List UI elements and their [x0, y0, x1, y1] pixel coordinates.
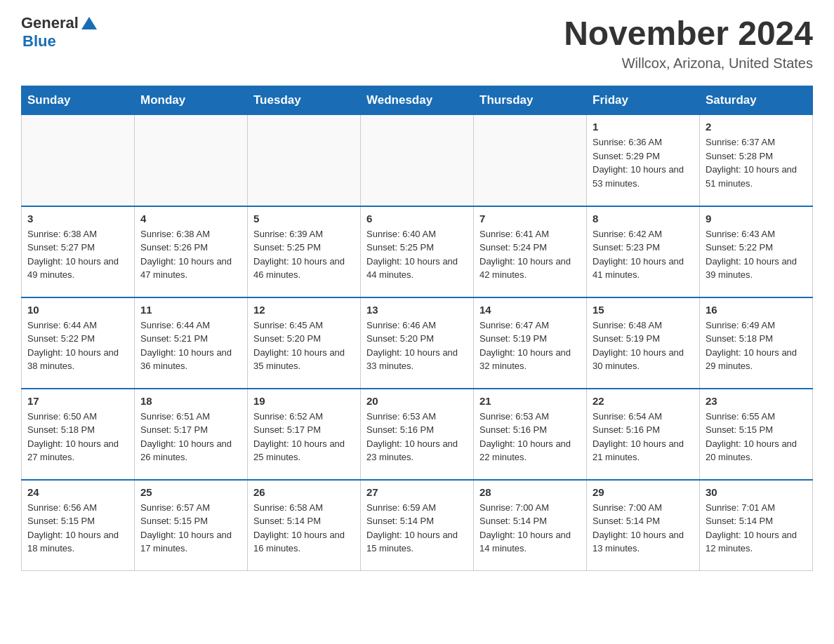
day-number: 22 [593, 395, 694, 407]
day-number: 6 [366, 213, 468, 224]
table-row: 11Sunrise: 6:44 AM Sunset: 5:21 PM Dayli… [135, 297, 248, 389]
col-friday: Friday [587, 86, 700, 115]
logo-general-text: General [21, 14, 79, 32]
page-header: General Blue November 2024 Willcox, Ariz… [21, 14, 813, 72]
day-number: 7 [479, 213, 581, 224]
calendar-subtitle: Willcox, Arizona, United States [564, 55, 813, 72]
table-row: 6Sunrise: 6:40 AM Sunset: 5:25 PM Daylig… [361, 206, 474, 297]
calendar-table: Sunday Monday Tuesday Wednesday Thursday… [21, 86, 813, 571]
col-tuesday: Tuesday [248, 86, 361, 115]
day-info: Sunrise: 6:38 AM Sunset: 5:27 PM Dayligh… [27, 227, 128, 282]
logo-blue-text: Blue [22, 32, 56, 51]
table-row: 15Sunrise: 6:48 AM Sunset: 5:19 PM Dayli… [587, 297, 700, 389]
day-number: 13 [366, 304, 468, 316]
table-row [248, 115, 361, 206]
table-row [135, 115, 248, 206]
day-number: 14 [479, 304, 581, 316]
calendar-week-row: 3Sunrise: 6:38 AM Sunset: 5:27 PM Daylig… [22, 206, 813, 297]
table-row: 9Sunrise: 6:43 AM Sunset: 5:22 PM Daylig… [700, 206, 813, 297]
col-saturday: Saturday [700, 86, 813, 115]
table-row: 3Sunrise: 6:38 AM Sunset: 5:27 PM Daylig… [22, 206, 135, 297]
day-info: Sunrise: 6:56 AM Sunset: 5:15 PM Dayligh… [27, 501, 128, 556]
day-number: 5 [253, 213, 355, 224]
day-info: Sunrise: 6:36 AM Sunset: 5:29 PM Dayligh… [593, 135, 694, 190]
day-info: Sunrise: 6:50 AM Sunset: 5:18 PM Dayligh… [27, 410, 128, 464]
day-info: Sunrise: 6:49 AM Sunset: 5:18 PM Dayligh… [706, 318, 807, 373]
day-number: 18 [140, 395, 241, 407]
table-row: 22Sunrise: 6:54 AM Sunset: 5:16 PM Dayli… [587, 389, 700, 480]
table-row: 10Sunrise: 6:44 AM Sunset: 5:22 PM Dayli… [22, 297, 135, 389]
day-info: Sunrise: 6:46 AM Sunset: 5:20 PM Dayligh… [366, 318, 468, 373]
table-row: 29Sunrise: 7:00 AM Sunset: 5:14 PM Dayli… [587, 480, 700, 571]
table-row: 14Sunrise: 6:47 AM Sunset: 5:19 PM Dayli… [474, 297, 587, 389]
day-info: Sunrise: 7:00 AM Sunset: 5:14 PM Dayligh… [593, 501, 694, 556]
day-number: 9 [706, 213, 807, 224]
day-info: Sunrise: 6:40 AM Sunset: 5:25 PM Dayligh… [366, 227, 468, 282]
day-info: Sunrise: 7:00 AM Sunset: 5:14 PM Dayligh… [479, 501, 581, 556]
day-number: 3 [27, 213, 128, 224]
day-info: Sunrise: 6:39 AM Sunset: 5:25 PM Dayligh… [253, 227, 355, 282]
table-row: 8Sunrise: 6:42 AM Sunset: 5:23 PM Daylig… [587, 206, 700, 297]
title-area: November 2024 Willcox, Arizona, United S… [564, 14, 813, 72]
day-info: Sunrise: 6:55 AM Sunset: 5:15 PM Dayligh… [706, 410, 807, 464]
day-number: 27 [366, 486, 468, 498]
table-row: 2Sunrise: 6:37 AM Sunset: 5:28 PM Daylig… [700, 115, 813, 206]
table-row: 23Sunrise: 6:55 AM Sunset: 5:15 PM Dayli… [700, 389, 813, 480]
table-row: 17Sunrise: 6:50 AM Sunset: 5:18 PM Dayli… [22, 389, 135, 480]
day-info: Sunrise: 6:54 AM Sunset: 5:16 PM Dayligh… [593, 410, 694, 464]
table-row [474, 115, 587, 206]
table-row: 5Sunrise: 6:39 AM Sunset: 5:25 PM Daylig… [248, 206, 361, 297]
calendar-header-row: Sunday Monday Tuesday Wednesday Thursday… [22, 86, 813, 115]
table-row: 25Sunrise: 6:57 AM Sunset: 5:15 PM Dayli… [135, 480, 248, 571]
col-sunday: Sunday [22, 86, 135, 115]
day-number: 23 [706, 395, 807, 407]
day-number: 10 [27, 304, 128, 316]
day-info: Sunrise: 6:53 AM Sunset: 5:16 PM Dayligh… [366, 410, 468, 464]
table-row: 24Sunrise: 6:56 AM Sunset: 5:15 PM Dayli… [22, 480, 135, 571]
day-number: 1 [593, 121, 694, 133]
table-row: 18Sunrise: 6:51 AM Sunset: 5:17 PM Dayli… [135, 389, 248, 480]
day-number: 12 [253, 304, 355, 316]
col-monday: Monday [135, 86, 248, 115]
day-info: Sunrise: 6:59 AM Sunset: 5:14 PM Dayligh… [366, 501, 468, 556]
day-info: Sunrise: 6:44 AM Sunset: 5:21 PM Dayligh… [140, 318, 241, 373]
logo-triangle-icon [81, 17, 97, 29]
table-row: 20Sunrise: 6:53 AM Sunset: 5:16 PM Dayli… [361, 389, 474, 480]
calendar-week-row: 17Sunrise: 6:50 AM Sunset: 5:18 PM Dayli… [22, 389, 813, 480]
day-number: 30 [706, 486, 807, 498]
table-row: 16Sunrise: 6:49 AM Sunset: 5:18 PM Dayli… [700, 297, 813, 389]
day-number: 25 [140, 486, 241, 498]
day-number: 17 [27, 395, 128, 407]
day-number: 28 [479, 486, 581, 498]
day-number: 29 [593, 486, 694, 498]
col-thursday: Thursday [474, 86, 587, 115]
day-info: Sunrise: 6:57 AM Sunset: 5:15 PM Dayligh… [140, 501, 241, 556]
calendar-week-row: 10Sunrise: 6:44 AM Sunset: 5:22 PM Dayli… [22, 297, 813, 389]
day-number: 2 [706, 121, 807, 133]
calendar-title: November 2024 [564, 14, 813, 53]
table-row: 26Sunrise: 6:58 AM Sunset: 5:14 PM Dayli… [248, 480, 361, 571]
day-number: 24 [27, 486, 128, 498]
day-info: Sunrise: 6:38 AM Sunset: 5:26 PM Dayligh… [140, 227, 241, 282]
day-number: 19 [253, 395, 355, 407]
day-info: Sunrise: 6:52 AM Sunset: 5:17 PM Dayligh… [253, 410, 355, 464]
day-info: Sunrise: 6:45 AM Sunset: 5:20 PM Dayligh… [253, 318, 355, 373]
day-info: Sunrise: 6:51 AM Sunset: 5:17 PM Dayligh… [140, 410, 241, 464]
table-row: 7Sunrise: 6:41 AM Sunset: 5:24 PM Daylig… [474, 206, 587, 297]
day-number: 4 [140, 213, 241, 224]
table-row: 12Sunrise: 6:45 AM Sunset: 5:20 PM Dayli… [248, 297, 361, 389]
col-wednesday: Wednesday [361, 86, 474, 115]
day-info: Sunrise: 6:47 AM Sunset: 5:19 PM Dayligh… [479, 318, 581, 373]
day-number: 11 [140, 304, 241, 316]
table-row: 1Sunrise: 6:36 AM Sunset: 5:29 PM Daylig… [587, 115, 700, 206]
day-number: 21 [479, 395, 581, 407]
logo: General Blue [21, 14, 97, 51]
day-info: Sunrise: 6:42 AM Sunset: 5:23 PM Dayligh… [593, 227, 694, 282]
day-info: Sunrise: 6:44 AM Sunset: 5:22 PM Dayligh… [27, 318, 128, 373]
table-row [361, 115, 474, 206]
table-row: 27Sunrise: 6:59 AM Sunset: 5:14 PM Dayli… [361, 480, 474, 571]
day-info: Sunrise: 6:43 AM Sunset: 5:22 PM Dayligh… [706, 227, 807, 282]
day-number: 16 [706, 304, 807, 316]
day-info: Sunrise: 6:58 AM Sunset: 5:14 PM Dayligh… [253, 501, 355, 556]
table-row: 21Sunrise: 6:53 AM Sunset: 5:16 PM Dayli… [474, 389, 587, 480]
